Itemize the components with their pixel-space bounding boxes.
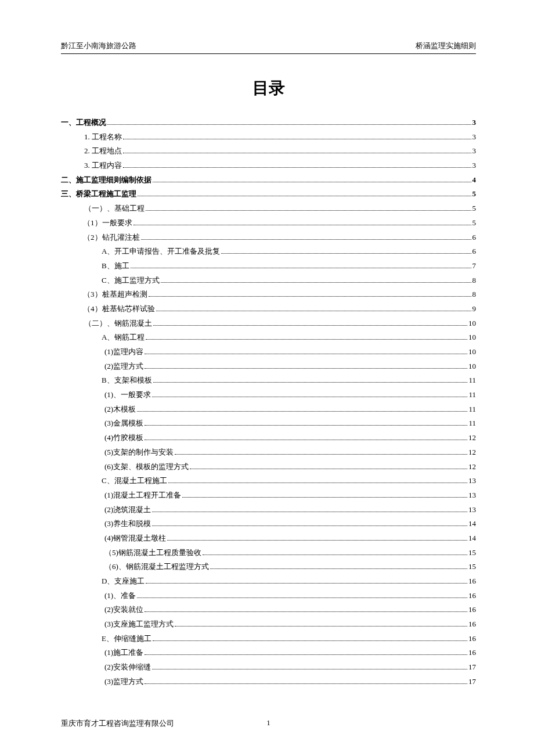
- toc-page-number: 14: [468, 517, 476, 531]
- toc-row: (1)监理内容10: [61, 345, 476, 359]
- toc-label: (3)监理方式: [104, 675, 143, 689]
- toc-row: C、混凝土工程施工13: [61, 474, 476, 488]
- toc-leader-dots: [182, 497, 467, 498]
- toc-row: (2)安装就位16: [61, 603, 476, 617]
- toc-row: (1)施工准备16: [61, 646, 476, 660]
- toc-page-number: 5: [472, 201, 477, 216]
- toc-row: (3)支座施工监理方式16: [61, 617, 476, 632]
- toc-leader-dots: [107, 124, 471, 125]
- toc-label: （一）、基础工程: [84, 201, 145, 216]
- toc-label: （6)、钢筋混凝土工程监理方式: [104, 560, 209, 574]
- toc-label: 一、工程概况: [61, 116, 106, 130]
- toc-label: 3. 工程内容: [84, 159, 122, 173]
- toc-label: (3)养生和脱模: [104, 517, 151, 531]
- toc-leader-dots: [152, 669, 467, 669]
- toc-page-number: 11: [468, 416, 476, 431]
- toc-label: C、施工监理方式: [102, 273, 160, 288]
- toc-leader-dots: [145, 368, 467, 369]
- page-header: 黔江至小南海旅游公路 桥涵监理实施细则: [61, 41, 476, 54]
- toc-leader-dots: [137, 411, 467, 412]
- toc-leader-dots: [123, 139, 471, 139]
- toc-row: （1）一般要求5: [61, 216, 476, 231]
- toc-page-number: 12: [468, 431, 476, 445]
- toc-page-number: 16: [468, 603, 476, 617]
- toc-leader-dots: [145, 440, 467, 440]
- toc-leader-dots: [137, 597, 467, 598]
- toc-label: (3)支座施工监理方式: [104, 617, 174, 632]
- toc-row: (3)金属模板11: [61, 416, 476, 431]
- toc-label: （2）钻孔灌注桩: [83, 231, 140, 245]
- toc-row: 2. 工程地点3: [61, 144, 476, 159]
- toc-page-number: 16: [468, 646, 476, 660]
- toc-label: (1)、一般要求: [104, 388, 151, 402]
- toc-leader-dots: [123, 167, 471, 168]
- toc-page-number: 12: [468, 445, 476, 460]
- toc-row: (1)、一般要求11: [61, 388, 476, 402]
- toc-row: （6)、钢筋混凝土工程监理方式15: [61, 560, 476, 574]
- toc-row: 3. 工程内容3: [61, 159, 476, 173]
- toc-page-number: 10: [468, 359, 476, 374]
- toc-label: (2)安装就位: [104, 603, 143, 617]
- toc-label: (3)金属模板: [104, 416, 143, 431]
- toc-page-number: 8: [472, 287, 477, 302]
- toc-row: (4)钢管混凝土墩柱14: [61, 531, 476, 546]
- toc-row: E、伸缩缝施工16: [61, 632, 476, 646]
- toc-title: 目录: [61, 77, 476, 99]
- toc-leader-dots: [145, 611, 467, 612]
- toc-label: (1)、准备: [104, 589, 136, 603]
- header-right: 桥涵监理实施细则: [416, 41, 476, 51]
- footer-left: 重庆市育才工程咨询监理有限公司: [61, 718, 254, 729]
- toc-page-number: 3: [472, 144, 477, 159]
- toc-label: （二）、钢筋混凝土: [84, 316, 152, 331]
- toc-leader-dots: [149, 296, 471, 297]
- toc-page-number: 6: [472, 231, 477, 245]
- toc-label: C、混凝土工程施工: [102, 474, 167, 488]
- toc-leader-dots: [153, 640, 467, 641]
- document-page: 黔江至小南海旅游公路 桥涵监理实施细则 目录 一、工程概况31. 工程名称32.…: [0, 0, 534, 756]
- toc-row: D、支座施工16: [61, 574, 476, 589]
- toc-leader-dots: [210, 568, 467, 569]
- toc-label: (4)竹胶模板: [104, 431, 143, 445]
- header-left: 黔江至小南海旅游公路: [61, 41, 136, 51]
- toc-leader-dots: [168, 483, 467, 483]
- toc-page-number: 11: [468, 388, 476, 402]
- toc-row: A、钢筋工程10: [61, 330, 476, 345]
- toc-leader-dots: [134, 225, 471, 225]
- toc-page-number: 10: [468, 316, 476, 331]
- toc-label: 三、桥梁工程施工监理: [61, 187, 136, 201]
- toc-leader-dots: [167, 540, 467, 541]
- toc-leader-dots: [131, 268, 471, 268]
- toc-leader-dots: [203, 555, 467, 555]
- toc-row: 二、施工监理细则编制依据4: [61, 173, 476, 188]
- toc-row: A、开工申请报告、开工准备及批复6: [61, 244, 476, 259]
- toc-row: (2)浇筑混凝土13: [61, 503, 476, 517]
- toc-row: (4)竹胶模板12: [61, 431, 476, 445]
- toc-row: (5)支架的制作与安装12: [61, 445, 476, 460]
- toc-page-number: 10: [468, 330, 476, 345]
- toc-label: 1. 工程名称: [84, 130, 122, 145]
- toc-page-number: 12: [468, 460, 476, 474]
- toc-row: （二）、钢筋混凝土10: [61, 316, 476, 331]
- toc-page-number: 13: [468, 474, 476, 488]
- toc-row: (6)支架、模板的监理方式12: [61, 460, 476, 474]
- toc-leader-dots: [123, 153, 471, 153]
- toc-page-number: 15: [468, 560, 476, 574]
- toc-label: D、支座施工: [102, 574, 145, 589]
- toc-leader-dots: [146, 339, 467, 340]
- toc-row: C、施工监理方式8: [61, 273, 476, 288]
- toc-row: （5)钢筋混凝土工程质量验收15: [61, 546, 476, 560]
- footer-spacer: [283, 718, 477, 729]
- toc-leader-dots: [152, 512, 467, 512]
- toc-row: (2)监理方式10: [61, 359, 476, 374]
- toc-label: (5)支架的制作与安装: [104, 445, 174, 460]
- toc-leader-dots: [161, 282, 471, 283]
- toc-label: (6)支架、模板的监理方式: [104, 460, 189, 474]
- toc-page-number: 6: [472, 244, 477, 259]
- toc-leader-dots: [145, 683, 467, 684]
- toc-leader-dots: [145, 354, 467, 354]
- toc-page-number: 11: [468, 402, 476, 417]
- toc-leader-dots: [146, 583, 467, 584]
- toc-page-number: 10: [468, 345, 476, 359]
- toc-row: (3)监理方式17: [61, 675, 476, 689]
- toc-row: 三、桥梁工程施工监理5: [61, 187, 476, 201]
